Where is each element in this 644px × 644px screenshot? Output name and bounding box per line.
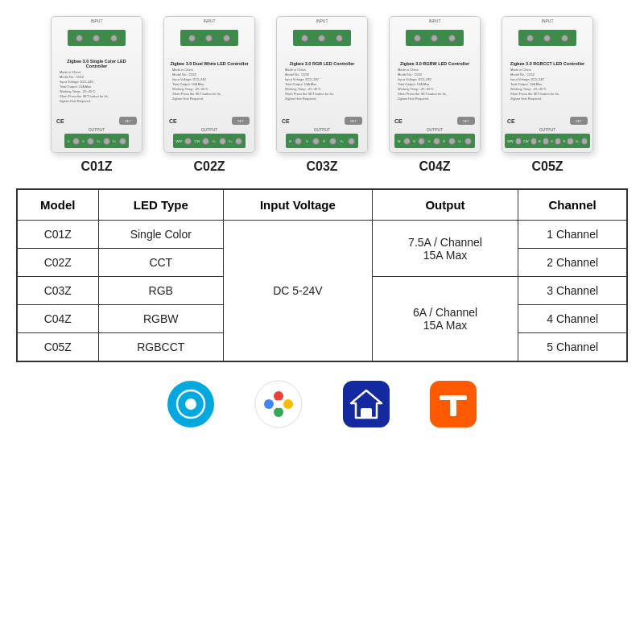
device-title: Zigbee 3.0 RGBW LED Controller <box>394 61 475 66</box>
screw <box>448 35 456 42</box>
terminal-row: V- V- V+ V+ <box>56 134 138 148</box>
device-image-c05z: INPUT Zigbee 3.0 RGBCCT LED Controller M… <box>502 16 593 153</box>
tuya-icon <box>430 381 477 427</box>
device-info: Made in China Model No.: C01Z Input Volt… <box>56 70 137 104</box>
input-terminal-c04z <box>406 30 464 46</box>
svg-rect-11 <box>361 408 372 418</box>
screw <box>414 35 421 42</box>
col-header-model: Model <box>18 190 99 221</box>
smartthings-icon <box>343 381 390 427</box>
ce-area: CE SET <box>164 117 254 125</box>
input-label: INPUT <box>542 19 554 23</box>
cell-led-c04z: RGBW <box>98 305 223 333</box>
screw <box>110 35 118 42</box>
device-info: Made in China Model No.: C05Z Input Volt… <box>507 68 588 101</box>
col-header-input-voltage: Input Voltage <box>224 190 373 221</box>
tuya-icon-container[interactable] <box>430 381 477 431</box>
output-block: OUTPUT WW CW B G R V+ <box>502 127 592 152</box>
ce-area: CE SET <box>52 117 142 125</box>
input-label: INPUT <box>429 19 441 23</box>
smartthings-icon-container[interactable] <box>343 381 390 431</box>
output-terminal: W B G R V+ <box>394 134 475 148</box>
screw <box>119 138 126 145</box>
set-button[interactable]: SET <box>570 117 588 125</box>
input-terminal-c05z <box>518 30 576 46</box>
cell-model-c01z: C01Z <box>18 221 99 249</box>
screw <box>301 35 308 42</box>
cell-channel-c02z: 2 Channel <box>518 249 627 277</box>
ce-area: CE SET <box>277 117 367 125</box>
input-label: INPUT <box>91 19 103 23</box>
screw <box>403 138 411 145</box>
svg-point-5 <box>274 391 283 401</box>
cell-input-voltage: DC 5-24V <box>224 221 373 361</box>
ce-area: CE SET <box>390 117 480 125</box>
device-image-c01z: INPUT Zigbee 3.0 Single Color LED Contro… <box>51 16 142 153</box>
screw <box>431 35 438 42</box>
product-item-c04z: INPUT Zigbee 3.0 RGBW LED Controller Mad… <box>382 16 487 174</box>
screw <box>448 138 456 145</box>
set-button[interactable]: SET <box>232 117 250 125</box>
screw <box>93 35 100 42</box>
alexa-icon-container[interactable] <box>167 381 214 431</box>
screw <box>76 35 83 42</box>
cell-channel-c05z: 5 Channel <box>518 333 627 361</box>
device-image-c02z: INPUT Zigbee 3.0 Dual White LED Controll… <box>163 16 255 153</box>
table-header-row: Model LED Type Input Voltage Output Chan… <box>18 190 627 221</box>
app-icons-section <box>167 380 477 431</box>
product-item-c03z: INPUT Zigbee 3.0 RGB LED Controller Made… <box>270 16 374 174</box>
cell-model-c05z: C05Z <box>18 333 99 361</box>
svg-point-6 <box>283 399 293 409</box>
screw <box>295 138 302 145</box>
cell-model-c02z: C02Z <box>18 249 99 277</box>
product-item-c01z: INPUT Zigbee 3.0 Single Color LED Contro… <box>44 16 149 174</box>
screw <box>205 35 213 42</box>
device-info: Made in China Model No.: C04Z Input Volt… <box>394 68 475 101</box>
screw <box>318 35 325 42</box>
output-block: OUTPUT WW CW V+ V+ <box>164 127 254 152</box>
input-label: INPUT <box>204 19 216 23</box>
device-middle: Zigbee 3.0 Dual White LED Controller Mad… <box>164 46 254 117</box>
model-label-c01z: C01Z <box>80 159 112 174</box>
output-terminal: B G R V+ <box>286 134 358 148</box>
device-title: Zigbee 3.0 RGBCCT LED Controller <box>507 61 588 66</box>
screw <box>184 138 192 145</box>
cell-led-c02z: CCT <box>98 249 223 277</box>
device-middle: Zigbee 3.0 RGB LED Controller Made in Ch… <box>277 46 367 117</box>
set-button[interactable]: SET <box>457 117 475 125</box>
output-block: OUTPUT V- V- V+ V+ <box>52 127 142 152</box>
screw <box>561 35 568 42</box>
spec-table-section: Model LED Type Input Voltage Output Chan… <box>16 188 628 362</box>
screw <box>555 138 561 145</box>
terminal-row: B G R V+ <box>281 134 363 148</box>
product-item-c02z: INPUT Zigbee 3.0 Dual White LED Controll… <box>157 16 262 174</box>
screw <box>103 138 110 145</box>
set-button[interactable]: SET <box>345 117 362 125</box>
input-terminal-c01z <box>68 30 126 46</box>
screw <box>526 35 534 42</box>
screw <box>329 138 336 145</box>
cell-led-c03z: RGB <box>98 277 223 305</box>
model-label-c03z: C03Z <box>306 159 337 174</box>
model-label-c02z: C02Z <box>193 159 225 174</box>
set-button[interactable]: SET <box>119 117 137 125</box>
input-terminal-c02z <box>180 30 238 46</box>
device-middle: Zigbee 3.0 Single Color LED Controller M… <box>52 46 142 117</box>
ce-area: CE SET <box>502 117 592 125</box>
spec-table: Model LED Type Input Voltage Output Chan… <box>17 189 627 361</box>
cell-led-c05z: RGBCCT <box>98 333 223 361</box>
screw <box>202 138 209 145</box>
output-block: OUTPUT W B G R V+ <box>390 127 480 152</box>
screw <box>543 138 549 145</box>
cell-output-high: 7.5A / Channel 15A Max <box>372 221 518 277</box>
google-assistant-icon-container[interactable] <box>254 380 303 431</box>
screw <box>72 138 80 145</box>
screw <box>543 35 551 42</box>
product-item-c05z: INPUT Zigbee 3.0 RGBCCT LED Controller M… <box>495 16 600 174</box>
output-terminal: V- V- V+ V+ <box>64 134 129 148</box>
svg-point-7 <box>274 407 283 417</box>
screw <box>336 35 343 42</box>
screw <box>87 138 94 145</box>
device-title: Zigbee 3.0 RGB LED Controller <box>282 61 362 66</box>
screw <box>188 35 196 42</box>
